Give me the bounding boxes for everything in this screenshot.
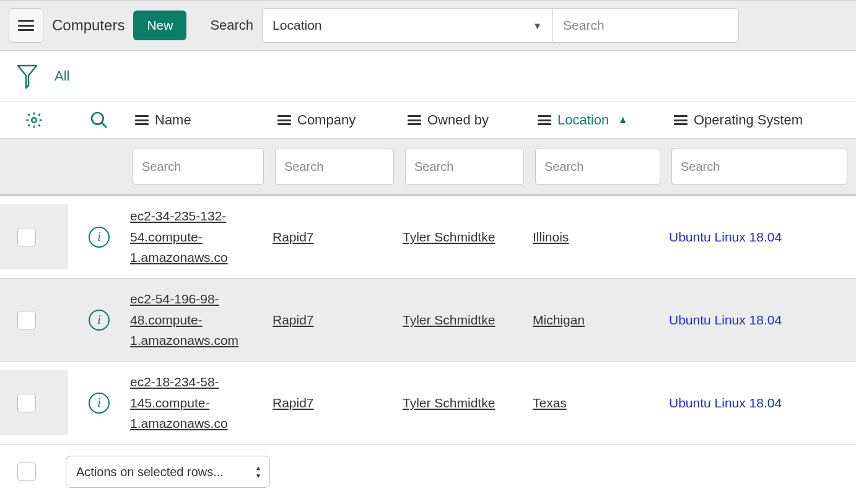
column-search-os[interactable] [671, 149, 847, 185]
column-header-company[interactable]: Company [273, 112, 403, 128]
actions-select-wrapper: ▲▼ [66, 456, 270, 488]
filter-bar: All [0, 51, 856, 102]
column-menu-icon [277, 115, 291, 125]
info-icon[interactable]: i [89, 227, 110, 248]
hamburger-icon [18, 20, 34, 31]
cell-company[interactable]: Rapid7 [273, 393, 403, 414]
checkbox-cell [0, 204, 68, 269]
column-header-label: Name [155, 112, 191, 128]
info-icon[interactable]: i [89, 393, 110, 414]
column-header-label: Operating System [694, 112, 803, 128]
footer: ▲▼ [0, 445, 856, 499]
cell-owned-by[interactable]: Tyler Schmidtke [403, 227, 533, 248]
table-row: i ec2-54-196-98-48.compute-1.amazonaws.c… [0, 279, 856, 362]
info-cell: i [68, 393, 130, 414]
table-row: i ec2-18-234-58-145.compute-1.amazonaws.… [0, 362, 856, 445]
new-button[interactable]: New [133, 11, 186, 40]
search-field-select-wrapper: ▼ [262, 8, 553, 43]
search-field-select[interactable] [262, 8, 553, 43]
cell-os[interactable]: Ubuntu Linux 18.04 [669, 396, 856, 411]
select-all-checkbox[interactable] [17, 463, 36, 481]
gear-icon[interactable] [25, 111, 43, 129]
checkbox-cell [0, 287, 68, 352]
search-input[interactable] [553, 8, 739, 43]
funnel-icon[interactable] [16, 63, 38, 89]
search-icon[interactable] [89, 110, 109, 130]
column-search-row [0, 139, 856, 196]
column-header-os[interactable]: Operating System [669, 112, 856, 128]
cell-location[interactable]: Texas [533, 393, 669, 414]
page-title: Computers [52, 17, 124, 34]
cell-company[interactable]: Rapid7 [273, 310, 403, 331]
search-label: Search [210, 17, 253, 33]
column-menu-icon [135, 115, 149, 125]
info-cell: i [68, 310, 130, 331]
column-header-name[interactable]: Name [130, 112, 273, 128]
info-icon[interactable]: i [89, 310, 110, 331]
column-search-owned-by[interactable] [405, 149, 524, 185]
row-checkbox[interactable] [17, 394, 36, 412]
column-search-company[interactable] [275, 149, 394, 185]
table-header: Name Company Owned by Location ▲ Operati… [0, 102, 856, 139]
filter-all-link[interactable]: All [55, 68, 69, 84]
cell-name[interactable]: ec2-34-235-132-54.compute-1.amazonaws.co [130, 206, 273, 268]
column-header-label: Location [557, 112, 609, 128]
column-header-label: Company [297, 112, 356, 128]
column-header-owned-by[interactable]: Owned by [403, 112, 533, 128]
column-menu-icon [674, 115, 688, 125]
row-checkbox[interactable] [17, 228, 36, 246]
actions-select[interactable] [66, 456, 270, 488]
cell-os[interactable]: Ubuntu Linux 18.04 [669, 313, 856, 328]
table-search-cell [68, 110, 130, 130]
settings-cell [0, 111, 68, 129]
table-row: i ec2-34-235-132-54.compute-1.amazonaws.… [0, 196, 856, 279]
cell-company[interactable]: Rapid7 [273, 227, 403, 248]
cell-owned-by[interactable]: Tyler Schmidtke [403, 310, 533, 331]
column-menu-icon [538, 115, 551, 125]
cell-location[interactable]: Illinois [533, 227, 669, 248]
cell-os[interactable]: Ubuntu Linux 18.04 [669, 230, 856, 245]
cell-name[interactable]: ec2-54-196-98-48.compute-1.amazonaws.com [130, 289, 273, 351]
cell-location[interactable]: Michigan [533, 310, 669, 331]
toolbar: Computers New Search ▼ [0, 0, 856, 51]
column-header-location[interactable]: Location ▲ [533, 112, 669, 128]
column-search-name[interactable] [133, 149, 264, 185]
info-cell: i [68, 227, 130, 248]
svg-point-1 [92, 113, 103, 124]
column-header-label: Owned by [427, 112, 489, 128]
sort-asc-icon: ▲ [618, 114, 628, 126]
cell-owned-by[interactable]: Tyler Schmidtke [403, 393, 533, 414]
menu-button[interactable] [9, 8, 43, 43]
svg-point-0 [32, 118, 37, 123]
column-search-location[interactable] [535, 149, 660, 185]
column-menu-icon [408, 115, 421, 125]
cell-name[interactable]: ec2-18-234-58-145.compute-1.amazonaws.co [130, 371, 273, 434]
checkbox-cell [0, 370, 68, 435]
row-checkbox[interactable] [17, 311, 36, 329]
